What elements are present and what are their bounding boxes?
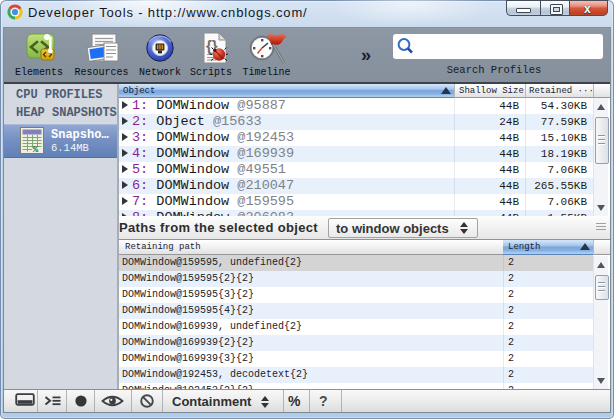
svg-text:%: % [33, 144, 39, 155]
